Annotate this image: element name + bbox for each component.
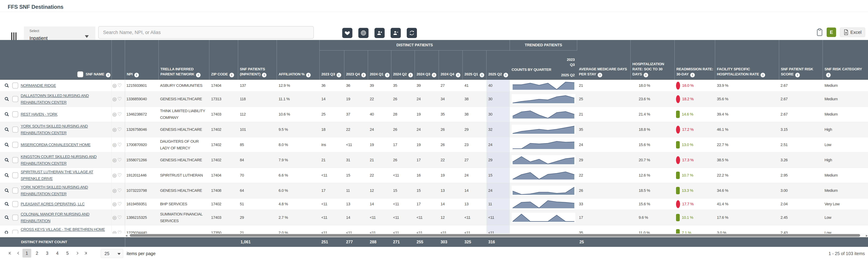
info-icon[interactable]: i xyxy=(456,73,460,77)
row-search-icon[interactable] xyxy=(4,142,9,148)
row-checkbox[interactable] xyxy=(12,188,18,194)
col-header-quarter[interactable]: 2024 Q2i xyxy=(391,51,415,80)
info-icon[interactable]: i xyxy=(598,73,602,77)
info-icon[interactable]: i xyxy=(826,73,831,77)
remove-person-button[interactable] xyxy=(391,28,401,38)
row-search-icon[interactable] xyxy=(4,83,9,88)
col-header-npi[interactable]: NPIi xyxy=(125,40,159,80)
excel-export-button[interactable]: Excel xyxy=(840,28,865,37)
row-search-icon[interactable] xyxy=(4,188,9,193)
info-icon[interactable]: i xyxy=(503,73,508,77)
row-search-icon[interactable] xyxy=(4,127,9,132)
row-checkbox[interactable] xyxy=(12,142,18,148)
search-input[interactable]: Search Name, NPI, or Alias xyxy=(98,26,314,39)
prev-page-button[interactable] xyxy=(14,249,23,258)
col-header-quarter[interactable]: 2024 Q4i xyxy=(439,51,463,80)
heart-icon[interactable]: ♡ xyxy=(118,187,122,194)
col-header-quarter[interactable]: 2023 Q4i xyxy=(344,51,368,80)
last-page-button[interactable] xyxy=(81,249,89,258)
target-icon[interactable]: ◎ xyxy=(113,157,117,163)
info-icon[interactable]: i xyxy=(761,73,765,77)
col-header-risk-score[interactable]: SNF PATIENT RISK SCOREi xyxy=(779,40,823,80)
scroll-right-arrow[interactable]: ▸ xyxy=(866,233,868,237)
info-icon[interactable]: i xyxy=(196,73,200,77)
target-icon[interactable]: ◎ xyxy=(113,111,117,118)
row-checkbox[interactable] xyxy=(12,83,18,89)
facility-link[interactable]: NORMANDIE RIDGE xyxy=(21,82,56,89)
col-header-risk-category[interactable]: SNF RISK CATEGORY i xyxy=(823,40,868,80)
compare-button[interactable] xyxy=(407,28,417,38)
col-header-snf-name[interactable]: SNF NAMEi xyxy=(0,40,112,80)
target-icon[interactable]: ◎ xyxy=(113,214,117,221)
heart-icon[interactable]: ♡ xyxy=(118,229,122,233)
row-checkbox[interactable] xyxy=(12,111,18,117)
e-badge[interactable]: E xyxy=(827,28,836,37)
row-search-icon[interactable] xyxy=(4,157,9,163)
row-search-icon[interactable] xyxy=(4,112,9,117)
facility-link[interactable]: DALLASTOWN SKILLED NURSING AND REHABILIT… xyxy=(21,92,112,106)
row-search-icon[interactable] xyxy=(4,201,9,207)
info-icon[interactable]: i xyxy=(306,73,311,77)
heart-icon[interactable]: ♡ xyxy=(118,214,122,221)
info-icon[interactable]: i xyxy=(432,73,436,77)
heart-icon[interactable]: ♡ xyxy=(118,201,122,207)
page-number-button[interactable]: 3 xyxy=(43,249,52,258)
row-checkbox[interactable] xyxy=(12,230,18,233)
page-number-button[interactable]: 1 xyxy=(23,249,31,258)
first-page-button[interactable] xyxy=(6,249,14,258)
row-checkbox[interactable] xyxy=(12,127,18,133)
info-icon[interactable]: i xyxy=(644,73,648,77)
heart-icon[interactable]: ♡ xyxy=(118,96,122,102)
col-header-readmission-rate[interactable]: READMISSION RATE: 30-DAYi xyxy=(675,40,715,80)
col-header-quarter[interactable]: 2025 Q2i xyxy=(487,51,510,80)
col-header-quarter[interactable]: 2024 Q3i xyxy=(415,51,439,80)
info-icon[interactable]: i xyxy=(480,73,484,77)
target-icon[interactable]: ◎ xyxy=(113,201,117,207)
heart-icon[interactable]: ♡ xyxy=(118,157,122,163)
heart-icon[interactable]: ♡ xyxy=(118,141,122,148)
heart-icon[interactable]: ♡ xyxy=(118,82,122,89)
col-header-counts-by-quarter[interactable]: COUNTS BY QUARTER 2023 Q3 2025 Q2 xyxy=(510,51,577,80)
add-person-button[interactable] xyxy=(374,28,385,38)
col-header-quarter[interactable]: 2025 Q1i xyxy=(463,51,487,80)
page-size-select[interactable]: 25 xyxy=(101,249,123,258)
row-checkbox[interactable] xyxy=(12,157,18,163)
row-search-icon[interactable] xyxy=(4,96,9,102)
heart-icon[interactable]: ♡ xyxy=(118,111,122,118)
info-icon[interactable]: i xyxy=(795,73,800,77)
info-icon[interactable]: i xyxy=(262,73,267,77)
info-icon[interactable]: i xyxy=(337,73,341,77)
row-checkbox[interactable] xyxy=(12,215,18,221)
col-header-snf-patients[interactable]: SNF PATIENTS (INPATIENT)i xyxy=(238,40,277,80)
target-icon[interactable]: ◎ xyxy=(113,187,117,194)
col-header-facility-hosp-rate[interactable]: FACILITY SPECIFIC HOSPITALIZATION RATEi xyxy=(715,40,779,80)
favorites-button[interactable] xyxy=(342,28,352,38)
facility-link[interactable]: YORK SOUTH SKILLED NURSING AND REHABILIT… xyxy=(21,123,112,136)
page-number-button[interactable]: 4 xyxy=(53,249,62,258)
facility-link[interactable]: REST HAVEN - YORK xyxy=(21,111,58,118)
row-search-icon[interactable] xyxy=(4,215,9,220)
target-icon[interactable]: ◎ xyxy=(113,126,117,133)
target-icon[interactable]: ◎ xyxy=(113,82,117,89)
col-header-quarter[interactable]: 2024 Q1i xyxy=(368,51,391,80)
col-header-parent-network[interactable]: TRELLA INFERRED PARENT NETWORKi xyxy=(159,40,209,80)
facility-link[interactable]: PLEASANT ACRES OPERATING, LLC xyxy=(21,201,85,207)
row-checkbox[interactable] xyxy=(12,96,18,102)
scroll-left-arrow[interactable]: ◂ xyxy=(126,233,127,237)
target-icon[interactable]: ◎ xyxy=(113,141,117,148)
target-icon[interactable]: ◎ xyxy=(113,96,117,102)
facility-link[interactable]: MISERICORDIA CONVALESCENT HOME xyxy=(21,141,90,148)
facility-link[interactable]: COLONIAL MANOR FOR NURSING AND REHABILIT… xyxy=(21,211,112,224)
clipboard-icon[interactable] xyxy=(816,28,823,36)
facility-link[interactable]: KINGSTON COURT SKILLED NURSING AND REHAB… xyxy=(21,153,112,167)
facility-link[interactable]: YORK NORTH SKILLED NURSING AND REHABILIT… xyxy=(21,184,112,197)
col-header-affiliation[interactable]: AFFILIATION %i xyxy=(277,40,320,80)
facility-link[interactable]: CROSS KEYS VILLAGE - THE BRETHREN HOME C… xyxy=(21,226,112,233)
page-number-button[interactable]: 2 xyxy=(33,249,41,258)
horizontal-scrollbar[interactable]: ◂ ▸ xyxy=(0,233,868,237)
page-number-button[interactable]: 5 xyxy=(63,249,72,258)
col-header-quarter[interactable]: 2023 Q3i xyxy=(320,51,344,80)
row-checkbox[interactable] xyxy=(12,172,18,178)
target-icon[interactable]: ◎ xyxy=(113,229,117,233)
row-search-icon[interactable] xyxy=(4,173,9,178)
